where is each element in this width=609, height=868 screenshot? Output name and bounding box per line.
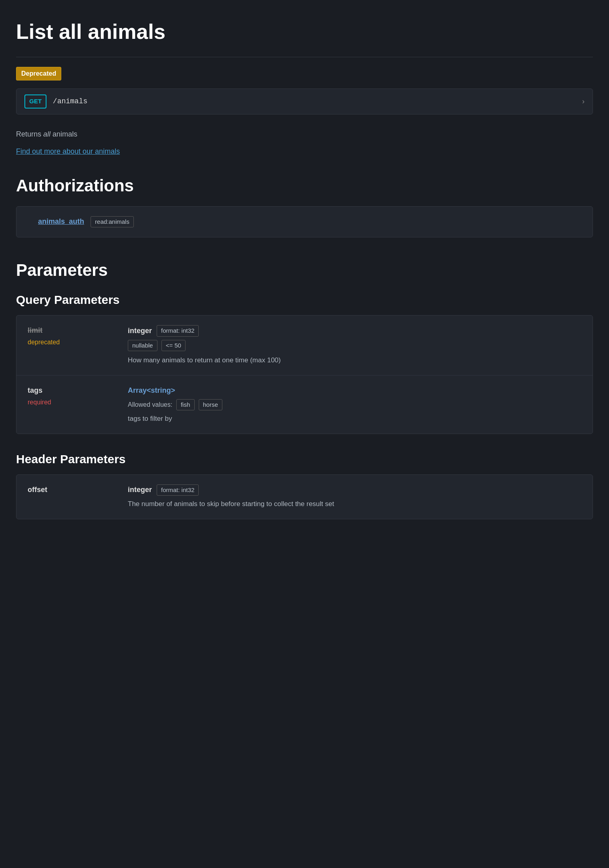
- auth-list-item: animals_auth read:animals: [38, 216, 581, 228]
- endpoint-left: GET /animals: [24, 94, 87, 108]
- param-name-limit: limit: [28, 325, 116, 336]
- param-status-tags: required: [28, 398, 116, 407]
- param-format-offset: format: int32: [157, 484, 199, 496]
- param-type-limit: integer: [128, 326, 152, 336]
- param-constraint-max: <= 50: [161, 340, 186, 352]
- param-status-limit: deprecated: [28, 338, 116, 347]
- description-italic: all: [43, 130, 50, 138]
- description-text: Returns all animals: [16, 129, 593, 140]
- animals-link[interactable]: Find out more about our animals: [16, 146, 120, 157]
- scope-badge: read:animals: [91, 216, 134, 228]
- header-params-title: Header Parameters: [16, 450, 593, 468]
- deprecated-badge: Deprecated: [16, 67, 61, 80]
- param-desc-tags: tags to filter by: [128, 414, 581, 424]
- param-constraint-nullable: nullable: [128, 340, 157, 352]
- param-desc-limit: How many animals to return at one time (…: [128, 355, 581, 366]
- query-params-table: limit deprecated integer format: int32 n…: [16, 315, 593, 434]
- param-type-tags: Array<string>: [128, 385, 175, 396]
- param-right-tags: Array<string> Allowed values: fish horse…: [128, 385, 581, 424]
- param-type-row-limit: integer format: int32: [128, 325, 581, 337]
- chevron-right-icon: ›: [582, 96, 585, 107]
- endpoint-bar[interactable]: GET /animals ›: [16, 88, 593, 115]
- param-format-limit: format: int32: [157, 325, 199, 337]
- param-left-tags: tags required: [28, 385, 116, 407]
- param-row-limit: limit deprecated integer format: int32 n…: [16, 315, 593, 376]
- param-type-row-offset: integer format: int32: [128, 484, 581, 496]
- authorizations-title: Authorizations: [16, 173, 593, 198]
- param-name-offset: offset: [28, 484, 116, 495]
- param-right-limit: integer format: int32 nullable <= 50 How…: [128, 325, 581, 366]
- param-left-offset: offset: [28, 484, 116, 495]
- endpoint-path: /animals: [53, 96, 87, 107]
- auth-box: animals_auth read:animals: [16, 206, 593, 238]
- page-title: List all animals: [16, 16, 593, 57]
- param-right-offset: integer format: int32 The number of anim…: [128, 484, 581, 509]
- param-constraints-limit: nullable <= 50: [128, 340, 581, 352]
- method-badge: GET: [24, 94, 46, 108]
- auth-name[interactable]: animals_auth: [38, 216, 84, 227]
- param-desc-offset: The number of animals to skip before sta…: [128, 499, 581, 509]
- param-type-offset: integer: [128, 484, 152, 495]
- header-params-table: offset integer format: int32 The number …: [16, 474, 593, 519]
- auth-list: animals_auth read:animals: [28, 216, 581, 228]
- description-prefix: Returns: [16, 130, 43, 138]
- param-row-tags: tags required Array<string> Allowed valu…: [16, 376, 593, 434]
- description-suffix: animals: [50, 130, 77, 138]
- param-row-offset: offset integer format: int32 The number …: [16, 475, 593, 519]
- parameters-title: Parameters: [16, 257, 593, 283]
- allowed-values-row-tags: Allowed values: fish horse: [128, 399, 581, 411]
- param-name-tags: tags: [28, 385, 116, 396]
- allowed-value-fish: fish: [176, 399, 194, 411]
- param-type-row-tags: Array<string>: [128, 385, 581, 396]
- allowed-value-horse: horse: [199, 399, 223, 411]
- allowed-label-tags: Allowed values:: [128, 400, 172, 410]
- query-params-title: Query Parameters: [16, 291, 593, 309]
- param-left-limit: limit deprecated: [28, 325, 116, 347]
